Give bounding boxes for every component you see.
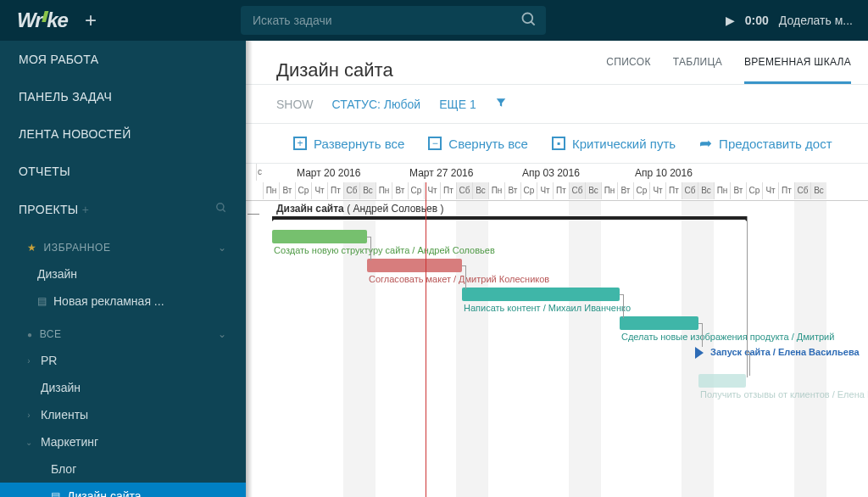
logo: Wrıke [0, 8, 80, 32]
share-icon: ➦ [699, 134, 712, 153]
plus-icon[interactable]: + [82, 203, 89, 216]
task-label: Создать новую структуру сайта / Андрей С… [274, 245, 495, 255]
nav-reports[interactable]: ОТЧЕТЫ [0, 153, 246, 190]
chevron-down-icon[interactable]: ⌄ [218, 242, 227, 254]
filter-status[interactable]: СТАТУС: Любой [332, 98, 421, 111]
tab-table[interactable]: ТАБЛИЦА [673, 56, 722, 84]
gantt-bar[interactable] [462, 288, 620, 301]
tree-item[interactable]: Блог [0, 455, 246, 483]
doc-icon: ▤ [37, 295, 47, 307]
funnel-icon[interactable] [495, 97, 507, 111]
caret-down-icon[interactable]: ⌄ [24, 438, 34, 447]
tab-timeline[interactable]: ВРЕМЕННАЯ ШКАЛА [744, 56, 851, 84]
doc-icon: ▤ [51, 490, 60, 497]
svg-line-1 [531, 22, 534, 25]
week-label: Март 20 2016 [297, 167, 360, 179]
add-button[interactable]: + [80, 8, 114, 32]
nav-my-work[interactable]: МОЯ РАБОТА [0, 41, 246, 78]
tree-item[interactable]: ›PR [0, 347, 246, 374]
tree-item[interactable]: ⌄Маркетинг [0, 428, 246, 455]
nav-projects[interactable]: ПРОЕКТЫ + [0, 190, 246, 228]
week-label: Март 27 2016 [409, 167, 473, 179]
tab-list[interactable]: СПИСОК [606, 56, 650, 84]
timer-task[interactable]: Доделать м... [779, 14, 853, 27]
search-input[interactable] [241, 6, 546, 35]
section-favorites[interactable]: ★ИЗБРАННОЕ⌄ [0, 228, 246, 260]
tree-item[interactable]: ›Клиенты [0, 401, 246, 428]
task-label: Сделать новые изображения продукта / Дми… [621, 332, 834, 342]
gantt-bar[interactable] [698, 374, 746, 388]
task-label: Получить отзывы от клиентов / Елена Васи… [700, 389, 868, 399]
expand-all-button[interactable]: +Развернуть все [293, 137, 404, 151]
week-label: Апр 10 2016 [635, 167, 693, 179]
collapse-all-button[interactable]: −Свернуть все [428, 137, 528, 151]
star-icon: ★ [27, 242, 37, 254]
critical-path-button[interactable]: ▪Критический путь [552, 137, 676, 151]
play-icon[interactable]: ▶ [726, 14, 735, 27]
nav-dashboard[interactable]: ПАНЕЛЬ ЗАДАЧ [0, 78, 246, 115]
parent-task[interactable]: Дизайн сайта ( Андрей Соловьев ) [276, 203, 443, 215]
task-label: Запуск сайта / Елена Васильева [710, 347, 860, 357]
filter-show-label: SHOW [276, 98, 314, 111]
caret-right-icon[interactable]: › [24, 356, 34, 366]
tree-item[interactable]: Дизайн [0, 260, 246, 288]
search-icon[interactable] [520, 11, 537, 32]
task-label: Написать контент / Михаил Иванченко [464, 303, 631, 313]
sidebar: МОЯ РАБОТА ПАНЕЛЬ ЗАДАЧ ЛЕНТА НОВОСТЕЙ О… [0, 41, 246, 497]
svg-point-0 [522, 14, 532, 24]
filter-more[interactable]: ЕЩЕ 1 [439, 98, 476, 111]
week-label: Апр 03 2016 [522, 167, 580, 179]
section-all[interactable]: ●ВСЕ⌄ [0, 315, 246, 347]
tree-item[interactable]: ▤Новая рекламная ... [0, 288, 246, 315]
task-label: Согласовать макет / Дмитрий Колесников [369, 274, 549, 284]
svg-point-2 [217, 204, 224, 210]
share-button[interactable]: ➦Предоставить дост [699, 134, 832, 153]
page-title: Дизайн сайта [276, 59, 606, 81]
chevron-down-icon[interactable]: ⌄ [218, 328, 227, 340]
collapse-left-icon[interactable]: — [248, 206, 259, 220]
caret-right-icon[interactable]: › [24, 410, 34, 420]
tree-item[interactable]: Дизайн [0, 374, 246, 401]
tree-item-active[interactable]: ▤Дизайн сайта [0, 483, 246, 497]
gantt-bar[interactable] [367, 259, 462, 272]
milestone[interactable] [695, 347, 709, 359]
gantt-bar[interactable] [620, 316, 698, 330]
svg-line-3 [223, 209, 225, 212]
nav-stream[interactable]: ЛЕНТА НОВОСТЕЙ [0, 115, 246, 153]
search-icon[interactable] [215, 202, 227, 216]
bullet-icon: ● [27, 330, 33, 339]
gantt-bar[interactable] [272, 230, 367, 243]
timer-value: 0:00 [745, 14, 769, 27]
